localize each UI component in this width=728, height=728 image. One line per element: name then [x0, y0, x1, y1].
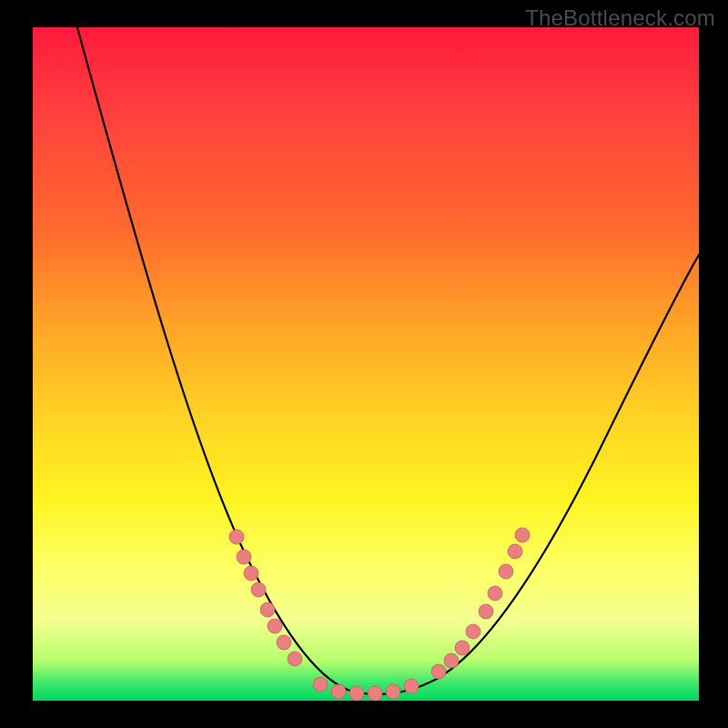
bottleneck-curve — [73, 11, 699, 694]
marker — [404, 679, 419, 693]
marker — [444, 653, 459, 668]
marker — [499, 564, 513, 579]
marker — [277, 635, 291, 650]
marker — [331, 684, 346, 699]
marker — [260, 602, 275, 617]
plot-area — [33, 27, 699, 701]
marker — [244, 566, 258, 581]
marker — [386, 684, 400, 699]
marker — [268, 619, 282, 633]
marker — [488, 586, 502, 601]
marker — [466, 624, 480, 639]
marker — [229, 530, 244, 544]
marker — [288, 652, 302, 666]
markers-left-arm — [229, 530, 302, 666]
marker — [313, 677, 328, 692]
marker — [251, 582, 266, 597]
marker — [368, 686, 382, 701]
chart-frame: TheBottleneck.com — [0, 0, 728, 728]
markers-trough — [313, 677, 419, 701]
marker — [455, 641, 470, 655]
marker — [237, 550, 251, 564]
marker — [479, 604, 493, 619]
marker — [508, 544, 522, 559]
marker — [349, 686, 364, 701]
markers-right-arm — [431, 528, 530, 679]
curve-svg — [33, 27, 699, 701]
marker — [431, 664, 446, 679]
marker — [515, 528, 530, 542]
